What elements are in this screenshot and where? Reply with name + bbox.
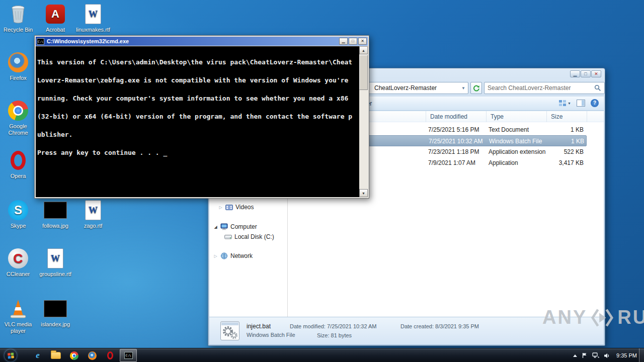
desktop-icon-label: VLC media player [0,321,36,334]
taskbar-clock[interactable]: 9:35 PM [614,352,637,358]
desktop-icon-acrobat[interactable]: A Acrobat [37,3,73,33]
file-size: 522 KB [542,148,584,155]
internet-explorer-icon: e [36,350,40,360]
videos-icon [225,204,233,211]
refresh-button[interactable] [470,82,482,94]
desktop-icon-followa-jpg[interactable]: followa.jpg [37,199,73,229]
cmd-console[interactable]: This version of C:\Users\admin\Desktop\t… [36,46,368,197]
file-date-modified: 7/25/2021 10:32 AM [429,138,482,145]
acrobat-icon: A [37,3,73,25]
file-size: 3,417 KB [542,159,584,166]
console-scrollbar[interactable]: ▲ ▼ [359,46,368,197]
close-button[interactable]: ✕ [591,70,601,77]
desktop-icon-linuxmakes-rtf[interactable]: W linuxmakes.rtf [75,3,111,33]
file-date-modified: 7/25/2021 5:16 PM [428,126,479,133]
network-icon[interactable] [592,352,599,358]
taskbar-button-internet-explorer[interactable]: e [29,349,46,362]
column-header-type[interactable]: Type [486,111,546,122]
firefox-icon [88,351,97,360]
search-icon[interactable] [594,84,601,92]
desktop-icon-opera[interactable]: Opera [0,149,36,179]
details-size: Size: 81 bytes [317,332,352,338]
file-size: 1 KB [543,138,584,145]
folder-icon [51,352,61,359]
desktop-icon-label: followa.jpg [37,223,73,229]
taskbar-button-firefox[interactable] [84,349,101,362]
console-line: This version of C:\Users\admin\Desktop\t… [37,59,358,65]
cmd-window-title: C:\Windows\system32\cmd.exe [47,38,338,44]
desktop-icon-zago-rtf[interactable]: W zago.rtf [75,199,111,229]
file-size: 1 KB [542,126,584,133]
desktop-icon-label: Skype [0,223,36,229]
sidebar-item-videos[interactable]: ▷ Videos [218,203,254,212]
anyrun-watermark: ANY RUN [542,307,644,328]
views-icon [558,100,567,107]
rtf-document-icon: W [37,247,73,269]
desktop-icon-label: groupsline.rtf [37,271,73,278]
taskbar-button-opera[interactable] [102,349,119,362]
network-icon [220,252,228,259]
help-button[interactable]: ? [591,99,599,107]
desktop-icon-vlc[interactable]: VLC media player [0,298,36,334]
refresh-icon [473,84,480,92]
column-header-date-modified[interactable]: Date modified [426,111,486,122]
desktop-icon-islandex-jpg[interactable]: islandex.jpg [37,298,73,328]
minimize-button[interactable]: ▁ [339,38,348,45]
start-button[interactable] [5,349,17,361]
maximize-button[interactable]: □ [349,38,357,45]
collapse-arrow-icon[interactable]: ◢ [213,225,218,229]
scroll-down-icon[interactable]: ▼ [359,189,368,197]
minimize-button[interactable]: ▁ [570,70,580,77]
show-desktop-button[interactable] [639,348,644,362]
sidebar-item-network[interactable]: ▷ Network [213,251,253,260]
firefox-icon [0,51,36,73]
desktop-icon-ccleaner[interactable]: C CCleaner [0,247,36,278]
search-box[interactable]: Search CheatLoverz-Remaster [484,82,605,94]
expand-arrow-icon[interactable]: ▷ [218,205,223,210]
console-line: Loverz-Remaster\zebfag.exe is not compat… [37,77,358,83]
desktop-icon-label: zago.rtf [75,223,111,229]
address-dropdown-icon[interactable]: ▼ [461,86,465,90]
show-hidden-icons-button[interactable] [573,354,577,357]
desktop-icon-label: Firefox [0,75,36,81]
cmd-titlebar[interactable]: C:\ C:\Windows\system32\cmd.exe ▁ □ ✕ [36,37,368,46]
taskbar-button-windows-explorer[interactable] [47,349,64,362]
scroll-up-icon[interactable]: ▲ [359,46,368,54]
file-type: Text Document [489,126,529,133]
console-line: Press any key to continue . . . _ [37,150,358,156]
anyrun-play-logo-icon [591,308,613,328]
chrome-icon [70,351,78,360]
preview-pane-button[interactable] [577,100,585,107]
desktop-icon-recycle-bin[interactable]: Recycle Bin [0,3,36,33]
sidebar-item-computer[interactable]: ◢ Computer [213,222,257,231]
taskbar-button-command-prompt[interactable]: C:\ [120,349,137,362]
watermark-text-run: RUN [617,307,644,328]
expand-arrow-icon[interactable]: ▷ [213,254,218,258]
scrollbar-thumb[interactable] [359,55,368,90]
file-type: Application [489,159,518,166]
close-button[interactable]: ✕ [358,38,367,45]
desktop-icon-groupsline-rtf[interactable]: W groupsline.rtf [37,247,73,278]
action-center-flag-icon[interactable] [582,352,588,358]
breadcrumb[interactable]: CheatLoverz-Remaster [374,84,437,92]
sidebar-item-label: Network [230,252,253,259]
column-header-size[interactable]: Size [546,111,587,122]
desktop-icon-label: CCleaner [0,271,36,278]
taskbar: e C:\ 9:35 PM [0,348,644,362]
taskbar-buttons: e C:\ [29,349,137,362]
taskbar-button-google-chrome[interactable] [65,349,83,362]
ccleaner-icon: C [0,247,36,269]
cmd-icon: C:\ [37,38,44,45]
change-view-button[interactable]: ▼ [558,100,571,107]
file-date-modified: 7/9/2021 1:07 AM [428,159,475,166]
desktop-icon-label: Google Chrome [0,123,36,136]
volume-icon[interactable] [604,353,610,358]
desktop-icon-skype[interactable]: S Skype [0,199,36,229]
file-date-modified: 7/23/2021 1:18 PM [428,148,479,155]
desktop-icon-firefox[interactable]: Firefox [0,51,36,81]
sidebar-item-local-disk-c[interactable]: Local Disk (C:) [224,232,274,241]
maximize-button[interactable]: □ [581,70,591,77]
computer-icon [220,223,228,230]
file-type: Windows Batch File [489,138,542,145]
desktop-icon-google-chrome[interactable]: Google Chrome [0,100,36,136]
